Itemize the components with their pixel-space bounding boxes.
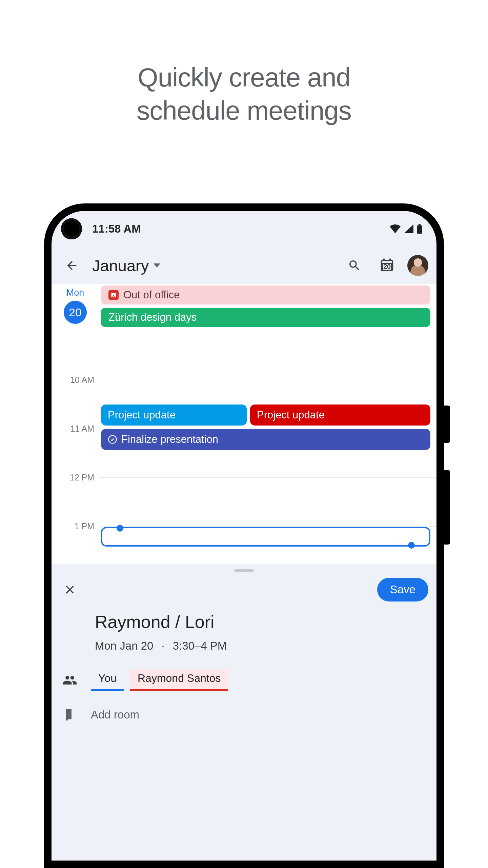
account-avatar[interactable] [407,255,428,276]
hour-label-1pm: 1 PM [75,521,94,531]
sheet-grab-handle[interactable] [234,569,254,572]
event-date: Mon Jan 20 [95,639,153,652]
close-button[interactable] [60,579,80,600]
search-button[interactable] [342,253,367,278]
search-icon [348,259,361,272]
event-project-update-2[interactable]: Project update [250,405,430,426]
attendee-chips: You Raymond Santos [91,669,228,691]
attendee-chip-you[interactable]: You [91,669,124,691]
status-icons [390,224,422,234]
event-create-sheet[interactable]: Save Raymond / Lori Mon Jan 20 · 3:30–4 … [52,564,436,868]
day-number[interactable]: 20 [64,301,87,324]
chevron-down-icon [154,263,160,268]
weekday-label: Mon [52,284,99,298]
headline-line-1: Quickly create and [138,62,350,92]
month-picker[interactable]: January [92,256,334,275]
save-button[interactable]: Save [377,578,428,601]
event-time: 3:30–4 PM [173,639,227,652]
arrow-left-icon [65,259,79,272]
cell-signal-icon [404,224,413,233]
hour-label-10am: 10 AM [70,375,94,385]
phone-frame: 11:58 AM January 20 [44,203,444,868]
event-label: Project update [257,409,325,421]
event-datetime[interactable]: Mon Jan 20 · 3:30–4 PM [95,639,426,652]
event-finalize-presentation[interactable]: Finalize presentation [101,429,430,450]
close-icon [63,583,77,596]
room-icon [63,708,77,722]
svg-rect-0 [417,225,422,234]
back-button[interactable] [60,253,84,278]
event-label: Project update [108,409,176,421]
statusbar: 11:58 AM [52,211,436,247]
attendee-chip-raymond[interactable]: Raymond Santos [130,669,228,691]
separator-dot: · [161,639,164,652]
drag-handle-bottom[interactable] [408,542,415,549]
hour-label-12pm: 12 PM [70,473,94,482]
add-room-button[interactable]: Add room [91,708,139,721]
people-icon [62,673,77,688]
day-view[interactable]: Mon 20 10 AM 11 AM 12 PM 1 PM 2 PM Out o… [52,284,436,596]
appbar: January 20 [52,247,436,284]
svg-rect-1 [419,224,421,225]
task-check-icon [108,435,117,444]
hour-label-11am: 11 AM [70,424,94,434]
new-event-slot[interactable] [101,527,430,547]
event-project-update-1[interactable]: Project update [101,405,247,426]
month-label: January [92,256,149,275]
event-title-input[interactable]: Raymond / Lori [95,612,426,632]
screen: 11:58 AM January 20 [52,211,436,861]
headline-line-2: schedule meetings [137,96,351,125]
day-gutter: Mon 20 10 AM 11 AM 12 PM 1 PM 2 PM [52,284,99,596]
event-label: Finalize presentation [121,433,218,446]
today-date: 20 [380,258,394,273]
status-time: 11:58 AM [92,222,390,235]
front-camera [61,218,82,239]
wifi-icon [390,224,401,233]
today-button[interactable]: 20 [375,253,399,278]
battery-icon [417,224,422,234]
save-label: Save [390,583,415,596]
marketing-headline: Quickly create and schedule meetings [0,0,488,127]
svg-point-3 [108,435,116,443]
drag-handle-top[interactable] [117,525,123,532]
